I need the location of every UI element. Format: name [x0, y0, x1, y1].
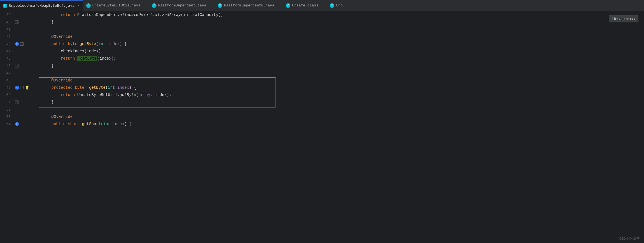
- breakpoint-icon-49[interactable]: ↑: [15, 86, 19, 90]
- tab-label-platformdep0: PlatformDependent0.java: [224, 3, 274, 8]
- code-line-44: checkIndex(index);: [42, 48, 644, 55]
- fold-icon-43[interactable]: □: [20, 42, 24, 46]
- code-content-40: }: [42, 20, 54, 24]
- gutter-row-51: 51 □: [0, 99, 39, 106]
- plain-43c: (: [96, 42, 98, 46]
- tab-unsafebuf[interactable]: C UnsafeByteBufUtil.java ×: [83, 0, 149, 11]
- tab-unpooled[interactable]: C UnpooledUnsafeHeapByteBuf.java ×: [0, 0, 83, 11]
- fold-icon-40[interactable]: □: [15, 20, 18, 24]
- plain-54c: [80, 122, 82, 126]
- line-number-45: 45: [0, 57, 14, 61]
- kw-type-49: byte: [75, 85, 85, 90]
- code-line-53: @Override: [42, 113, 644, 120]
- fold-icon-46[interactable]: □: [15, 64, 18, 67]
- tab-platformdep0[interactable]: C PlatformDependent0.java ×: [215, 0, 283, 11]
- bulb-icon-49[interactable]: 💡: [25, 85, 29, 90]
- plain-49d: (: [106, 85, 108, 90]
- plain-46: }: [42, 64, 54, 68]
- line-number-53: 53: [0, 115, 14, 119]
- kw-return-45: return: [61, 56, 75, 61]
- code-area[interactable]: return PlatformDependent.allocateUniniti…: [39, 11, 644, 243]
- gutter-row-47: 47: [0, 69, 39, 77]
- tab-unp2[interactable]: C Unp... ×: [327, 0, 358, 11]
- plain-49a: [42, 85, 52, 90]
- line-number-51: 51: [0, 100, 14, 104]
- tab-icon-unpooled: C: [3, 4, 7, 8]
- code-line-54: public short getShort(int index) {: [42, 120, 644, 128]
- gutter-row-46: 46 □: [0, 62, 39, 69]
- method-49: _getByte: [87, 85, 106, 90]
- code-line-40: }: [42, 18, 644, 26]
- code-line-52: [42, 106, 644, 113]
- plain-43e: ) {: [120, 42, 127, 46]
- line-number-39: 39: [0, 13, 14, 17]
- tab-close-platformdep[interactable]: ×: [208, 3, 212, 8]
- gutter-icons-54: ↑: [14, 122, 39, 126]
- code-line-49: protected byte _getByte(int index) {: [42, 84, 644, 91]
- code-line-51: }: [42, 99, 644, 106]
- gutter-row-39: 39: [0, 11, 39, 18]
- param-50: array: [139, 93, 150, 97]
- line-number-41: 41: [0, 27, 14, 32]
- method-54: getShort: [82, 122, 101, 126]
- unsafe-badge: Unsafe class: [609, 15, 638, 22]
- paramtype-54: int: [103, 122, 110, 126]
- watermark: CSDN @it疆梦: [619, 237, 640, 241]
- kw-type-54: short: [68, 122, 80, 126]
- tab-close-unsafe[interactable]: ×: [320, 3, 324, 8]
- tab-close-unpooled[interactable]: ×: [76, 4, 80, 8]
- plain-45b: [75, 56, 77, 61]
- plain-45c: (index);: [97, 56, 116, 61]
- tab-close-platformdep0[interactable]: ×: [276, 3, 280, 8]
- code-line-48: @Override: [42, 77, 644, 84]
- plain-49b: [73, 85, 75, 90]
- tab-close-unp2[interactable]: ×: [351, 3, 355, 8]
- tab-close-unsafebuf[interactable]: ×: [142, 3, 146, 8]
- kw-return-50: return: [61, 93, 75, 97]
- gutter-icons-40: □: [14, 20, 39, 24]
- fold-icon-49[interactable]: □: [20, 86, 24, 89]
- plain-43a: [66, 42, 68, 46]
- gutter-row-54: 54 ↑: [0, 120, 39, 128]
- code-line-45: return _getByte(index);: [42, 55, 644, 62]
- gutter-icons-51: □: [14, 101, 39, 104]
- plain-54a: [42, 122, 52, 126]
- tab-icon-unsafebuf: C: [86, 3, 91, 8]
- gutter-row-41: 41: [0, 26, 39, 33]
- editor-container: 39 40 □ 41 42 43 ↑ □: [0, 11, 644, 243]
- gutter-row-40: 40 □: [0, 18, 39, 26]
- plain-44: checkIndex(index);: [42, 49, 103, 53]
- plain-48: [42, 78, 52, 83]
- breakpoint-icon-43[interactable]: ↑: [15, 42, 19, 46]
- plain-49c: [84, 85, 87, 90]
- fold-icon-51[interactable]: □: [15, 101, 18, 104]
- highlight-getbyte-45: _getByte: [77, 56, 97, 61]
- tab-label-unsafe: Unsafe.class: [292, 3, 318, 8]
- kw-public-54: public: [52, 122, 66, 126]
- line-number-50: 50: [0, 93, 14, 97]
- code-content-39: [42, 13, 61, 17]
- plain-45a: [42, 56, 61, 61]
- code-line-39: return PlatformDependent.allocateUniniti…: [42, 11, 644, 18]
- param-54: index: [113, 122, 124, 126]
- plain-53: [42, 115, 52, 119]
- gutter-row-42: 42: [0, 33, 39, 40]
- plain-50b: UnsafeByteBufUtil.: [75, 93, 120, 97]
- tab-label-unsafebuf: UnsafeByteBufUtil.java: [92, 3, 141, 8]
- plain-43: [42, 42, 52, 46]
- tab-bar: C UnpooledUnsafeHeapByteBuf.java × C Uns…: [0, 0, 644, 11]
- gutter-row-53: 53: [0, 113, 39, 120]
- tab-unsafe[interactable]: C Unsafe.class ×: [283, 0, 327, 11]
- plain-42: [42, 34, 52, 39]
- plain-54e: [110, 122, 113, 126]
- kw-public-43: public: [52, 42, 66, 46]
- gutter-row-49: 49 ↑ □ 💡: [0, 84, 39, 91]
- code-line-43: public byte getByte(int index) {: [42, 40, 644, 48]
- tab-icon-platformdep0: C: [218, 3, 222, 8]
- tab-icon-unp2: C: [330, 3, 334, 8]
- tab-platformdep[interactable]: C PlatformDependent.java ×: [149, 0, 215, 11]
- gutter-row-44: 44: [0, 48, 39, 55]
- plain-39a: PlatformDependent.: [75, 13, 120, 17]
- plain-54b: [66, 122, 68, 126]
- breakpoint-icon-54[interactable]: ↑: [15, 122, 19, 126]
